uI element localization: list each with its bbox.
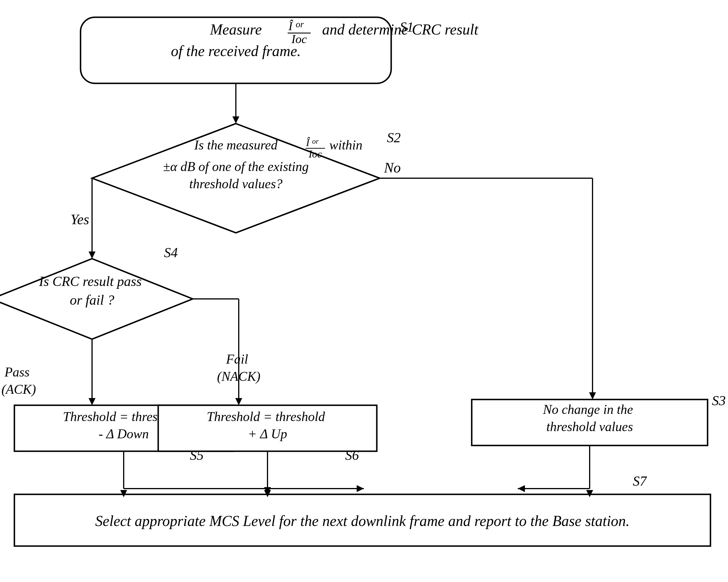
svg-text:±α dB of one of the existing: ±α dB of one of the existing bbox=[163, 159, 309, 174]
svg-text:Pass
    (ACK): Pass (ACK) bbox=[1, 365, 36, 397]
svg-text:Measure: Measure bbox=[210, 21, 262, 38]
svg-text:threshold values?: threshold values? bbox=[189, 176, 283, 191]
svg-text:S4: S4 bbox=[164, 245, 178, 260]
svg-text:S3: S3 bbox=[712, 393, 726, 408]
svg-text:Is the measured: Is the measured bbox=[194, 138, 278, 152]
svg-text:S2: S2 bbox=[387, 130, 401, 145]
arrow-s5-s7 bbox=[357, 485, 364, 492]
svg-text:or: or bbox=[312, 137, 319, 145]
svg-text:Select appropriate MCS Level f: Select appropriate MCS Level for the nex… bbox=[95, 513, 630, 529]
arrow-yes bbox=[88, 251, 96, 259]
svg-text:S1: S1 bbox=[400, 19, 414, 34]
arrow-no bbox=[589, 392, 596, 399]
arrow-fail bbox=[235, 398, 242, 405]
svg-text:No: No bbox=[384, 160, 401, 175]
arrow-s1-s2 bbox=[232, 116, 239, 123]
arrow-s3-s7 bbox=[518, 485, 525, 492]
svg-text:or: or bbox=[296, 19, 304, 29]
svg-text:S7: S7 bbox=[633, 473, 647, 489]
arrow-pass bbox=[88, 398, 96, 405]
svg-text:within: within bbox=[329, 138, 362, 152]
svg-text:Ioc: Ioc bbox=[308, 148, 322, 160]
svg-text:Î: Î bbox=[306, 137, 310, 148]
svg-text:S6: S6 bbox=[345, 447, 359, 463]
svg-text:of the received frame.: of the received frame. bbox=[171, 43, 301, 59]
flowchart-container: Measure Î or Ioc and determine CRC resul… bbox=[0, 0, 728, 582]
svg-text:Yes: Yes bbox=[71, 211, 89, 227]
